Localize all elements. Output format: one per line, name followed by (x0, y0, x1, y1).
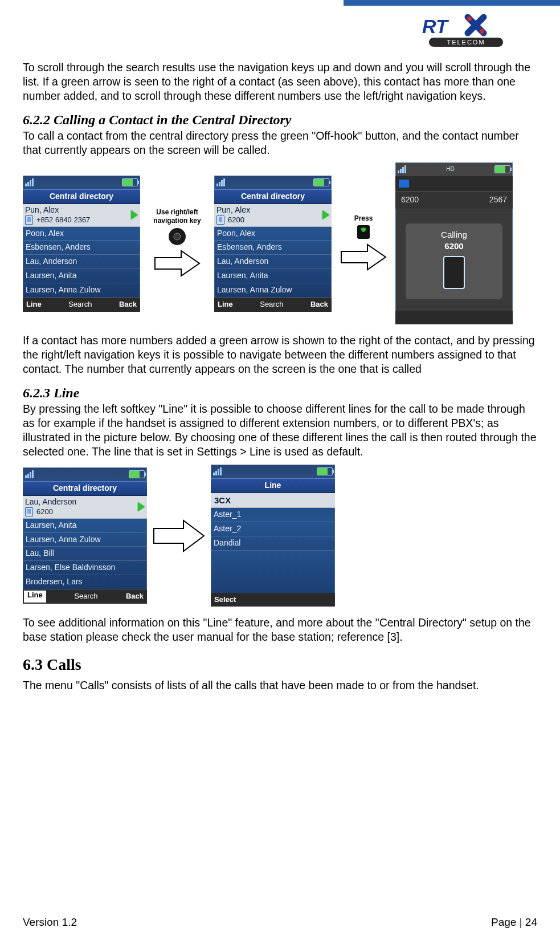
softkey-line[interactable]: Line (26, 300, 42, 310)
list-item[interactable]: Lau, Anderson (214, 255, 332, 269)
list-item[interactable]: Laursen, Anita (23, 269, 140, 283)
page-number: Page | 24 (491, 916, 537, 929)
contact-name: Lau, Anderson (25, 497, 76, 507)
number-bar: 6200 2567 (395, 192, 513, 209)
selected-contact[interactable]: Pun, Alex 6200 (214, 204, 332, 227)
phone-title: Central directory (23, 189, 140, 204)
annotation-press: Press (354, 214, 373, 223)
softkey-search[interactable]: Search (260, 300, 283, 310)
para-after-figure-2: To see additional information on this "L… (23, 616, 537, 644)
handset-icon (443, 256, 465, 289)
list-item[interactable]: Aster_2 (211, 522, 335, 536)
contact-name: Pun, Alex (216, 205, 250, 215)
more-numbers-arrow-icon (322, 210, 329, 219)
list-item[interactable]: Laursen, Anita (23, 519, 147, 533)
signal-icon (25, 178, 34, 186)
softkey-bar: Line Search Back (23, 589, 147, 604)
heading-6-2-3: 6.2.3 Line (23, 384, 537, 402)
offhook-key-icon (356, 224, 371, 240)
phone-title: Central directory (23, 481, 147, 496)
list-item[interactable]: Poon, Alex (23, 227, 140, 241)
page-footer: Version 1.2 Page | 24 (23, 916, 537, 929)
softkey-search[interactable]: Search (68, 300, 92, 310)
svg-marker-9 (155, 251, 199, 276)
list-item[interactable]: Lau, Anderson (23, 255, 140, 269)
battery-icon (494, 165, 510, 173)
figure-row-line: Central directory Lau, Anderson 6200 Lau… (23, 465, 537, 607)
list-item[interactable]: Laursen, Anna Zulow (23, 283, 140, 298)
remote-number: 2567 (489, 195, 507, 205)
selected-contact[interactable]: Lau, Anderson 6200 (23, 496, 147, 519)
signal-icon (216, 178, 225, 186)
phone-screen-directory-a: Central directory Pun, Alex +852 6840 23… (23, 176, 140, 312)
softkey-search[interactable]: Search (74, 592, 97, 601)
battery-icon (122, 178, 138, 186)
selected-contact[interactable]: Pun, Alex +852 6840 2367 (23, 204, 140, 227)
list-item[interactable]: Laursen, Anna Zulow (23, 533, 147, 547)
list-item[interactable]: Larsen, Else Baldvinsson (23, 561, 147, 575)
intro-paragraph: To scroll through the search results use… (23, 60, 537, 103)
more-numbers-arrow-icon (138, 502, 145, 511)
softkey-line[interactable]: Line (24, 591, 46, 603)
list-item[interactable]: Laursen, Anna Zulow (214, 283, 332, 298)
toolbar (395, 176, 513, 192)
softkey-line[interactable]: Line (218, 300, 233, 310)
heading-6-2-2: 6.2.2 Calling a Contact in the Central D… (23, 111, 537, 129)
battery-icon (129, 470, 145, 478)
arrow-right-icon (339, 241, 388, 273)
list-item[interactable]: Lau, Bill (23, 547, 147, 561)
hd-badge: HD (446, 166, 454, 173)
list-item[interactable]: Brodersen, Lars (23, 575, 147, 589)
list-item[interactable]: Laursen, Anita (214, 269, 332, 283)
signal-icon (398, 165, 406, 173)
svg-text:TELECOM: TELECOM (447, 39, 485, 46)
brand-logo: RT TELECOM (412, 14, 537, 49)
more-numbers-arrow-icon (131, 210, 138, 219)
calling-panel: Calling 6200 (406, 223, 502, 299)
contact-number: 6200 (36, 507, 53, 517)
contact-number: +852 6840 2367 (36, 215, 90, 225)
calling-number: 6200 (406, 241, 502, 251)
flag-icon (399, 180, 409, 188)
signal-icon (213, 467, 222, 475)
phone-screen-directory-b: Central directory Pun, Alex 6200 Poon, A… (214, 176, 332, 312)
selected-line[interactable]: 3CX (211, 493, 335, 508)
list-item[interactable]: Poon, Alex (214, 227, 332, 241)
contact-name: Pun, Alex (25, 205, 90, 215)
softkey-back[interactable]: Back (126, 592, 144, 601)
softkey-bar (395, 311, 513, 325)
battery-icon (313, 178, 329, 186)
battery-icon (317, 467, 333, 475)
para-after-figure-1: If a contact has more numbers added a gr… (23, 333, 537, 376)
svg-point-8 (174, 233, 181, 240)
contact-number: 6200 (228, 215, 244, 225)
softkey-select[interactable]: Select (214, 595, 236, 605)
para-6-2-2: To call a contact from the central direc… (23, 129, 537, 157)
phone-screen-calling: HD 6200 2567 Calling 6200 (395, 162, 513, 324)
heading-6-3: 6.3 Calls (23, 654, 537, 675)
svg-marker-11 (341, 245, 386, 270)
mobile-icon (25, 507, 33, 516)
softkey-bar: Line Search Back (23, 298, 140, 312)
list-item[interactable]: Esbensen, Anders (214, 241, 332, 255)
signal-icon (25, 470, 34, 478)
list-item[interactable]: Dandial (211, 536, 335, 551)
phone-screen-line-select: Line 3CX Aster_1 Aster_2 Dandial Select (211, 465, 335, 607)
nav-key-icon (167, 227, 187, 246)
header-accent-bar (344, 0, 560, 6)
phone-title: Central directory (214, 189, 332, 204)
list-item[interactable]: Aster_1 (211, 508, 335, 522)
phone-screen-directory-d: Central directory Lau, Anderson 6200 Lau… (23, 467, 147, 604)
svg-text:RT: RT (422, 15, 449, 37)
phone-title: Line (211, 478, 335, 493)
figure-row-calling: Central directory Pun, Alex +852 6840 23… (23, 162, 537, 324)
svg-marker-12 (154, 520, 204, 551)
softkey-bar: Select (211, 593, 335, 607)
softkey-bar: Line Search Back (214, 298, 332, 312)
list-item[interactable]: Esbensen, Anders (23, 241, 140, 255)
softkey-back[interactable]: Back (310, 300, 328, 310)
para-6-2-3: By pressing the left softkey "Line" it i… (23, 402, 537, 459)
mobile-icon (25, 215, 33, 225)
softkey-back[interactable]: Back (119, 300, 137, 310)
annotation-nav-key: Use right/left navigation key (153, 208, 201, 226)
